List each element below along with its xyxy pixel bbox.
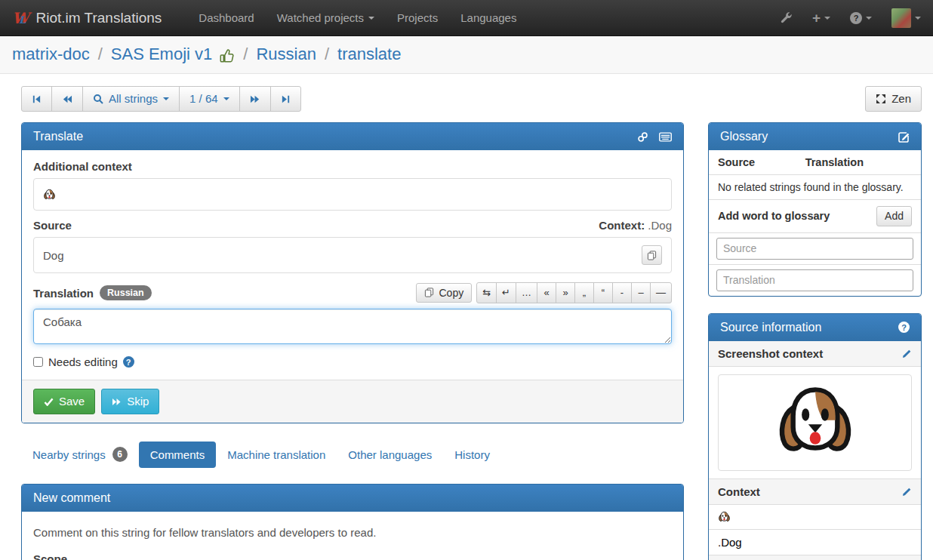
thumbs-up-icon <box>218 48 235 64</box>
add-menu-button[interactable]: + <box>812 11 830 25</box>
insert-laquo-button[interactable]: « <box>537 282 556 303</box>
tab-history[interactable]: History <box>443 442 501 468</box>
brand-title: Riot.im Translations <box>35 10 162 26</box>
fullscreen-icon <box>876 94 886 104</box>
save-button[interactable]: Save <box>33 389 95 414</box>
insert-low-quote-button[interactable]: „ <box>574 282 594 303</box>
tab-other-languages[interactable]: Other languages <box>337 442 443 468</box>
context-key: Context: .Dog <box>599 219 672 232</box>
needs-editing-checkbox[interactable] <box>33 357 43 367</box>
dog-emoji-icon <box>718 511 731 523</box>
help-menu-button[interactable]: ? <box>850 12 872 24</box>
new-comment-panel: New comment Comment on this string for f… <box>21 484 684 560</box>
brand[interactable]: WL Riot.im Translations <box>12 9 162 27</box>
screenshot-image[interactable] <box>718 374 912 471</box>
copy-icon <box>647 251 657 260</box>
breadcrumb-language[interactable]: Russian <box>256 45 316 64</box>
new-comment-header: New comment <box>22 485 683 512</box>
glossary-source-input[interactable] <box>716 238 913 260</box>
copy-to-translation-button[interactable]: Copy <box>416 283 473 303</box>
permalink-icon[interactable] <box>637 131 648 143</box>
search-icon <box>93 94 103 104</box>
plus-icon: + <box>812 11 821 25</box>
breadcrumb: matrix-doc / SAS Emoji v1 / Russian / tr… <box>0 36 933 74</box>
tab-comments[interactable]: Comments <box>139 442 217 468</box>
screenshot-image-row <box>709 374 921 479</box>
breadcrumb-project[interactable]: matrix-doc <box>12 45 90 64</box>
new-comment-title: New comment <box>33 491 110 505</box>
edit-pencil-icon[interactable] <box>902 487 912 497</box>
fast-forward-icon <box>250 94 260 104</box>
needs-editing-help-icon[interactable]: ? <box>123 356 134 368</box>
insert-high-quote-button[interactable]: “ <box>593 282 613 303</box>
source-string-text: Dog <box>43 249 64 262</box>
previous-string-button[interactable] <box>51 86 83 112</box>
glossary-table-header: Source Translation <box>709 150 921 175</box>
keyboard-icon[interactable] <box>659 132 672 142</box>
rewind-icon <box>62 94 72 104</box>
source-information-panel: Source information ? Screenshot context <box>708 313 922 560</box>
user-menu-button[interactable] <box>891 8 921 28</box>
insert-endash-button[interactable]: – <box>631 282 651 303</box>
context-emoji-row <box>709 505 921 530</box>
chevron-down-icon <box>824 17 830 20</box>
translation-textarea[interactable]: Собака <box>33 309 672 344</box>
source-string-box: Dog <box>33 237 672 273</box>
manage-glossary-icon[interactable] <box>898 131 910 143</box>
zen-mode-button[interactable]: Zen <box>865 86 922 112</box>
glossary-add-button[interactable]: Add <box>876 206 912 226</box>
source-information-title: Source information <box>720 321 821 334</box>
dog-emoji-icon <box>43 189 56 201</box>
next-string-button[interactable] <box>239 86 271 112</box>
top-navbar: WL Riot.im Translations Dashboard Watche… <box>0 0 933 36</box>
nav-item-languages[interactable]: Languages <box>449 11 528 24</box>
skip-start-icon <box>32 94 42 104</box>
glossary-translation-input[interactable] <box>716 269 913 291</box>
chevron-down-icon <box>915 17 921 20</box>
scope-label: Scope <box>33 552 672 560</box>
tab-machine-translation[interactable]: Machine translation <box>216 442 337 468</box>
breadcrumb-separator: / <box>243 45 248 64</box>
nav-item-watched-projects[interactable]: Watched projects <box>266 11 386 24</box>
needs-editing-label: Needs editing <box>48 355 118 368</box>
chevron-down-icon <box>223 97 229 100</box>
nav-item-dashboard[interactable]: Dashboard <box>187 11 265 24</box>
position-dropdown[interactable]: 1 / 64 <box>179 86 240 112</box>
translate-panel-footer: Save Skip <box>22 380 683 423</box>
tab-nearby-strings[interactable]: Nearby strings 6 <box>21 440 139 469</box>
insert-hyphen-button[interactable]: - <box>612 282 632 303</box>
check-icon <box>44 398 54 406</box>
first-string-button[interactable] <box>21 86 52 112</box>
copy-source-button[interactable] <box>642 245 662 265</box>
additional-context-box <box>33 178 672 211</box>
flags-row: Flags <box>709 555 921 560</box>
source-info-help-icon[interactable]: ? <box>898 322 910 333</box>
insert-tab-button[interactable]: ⇆ <box>476 282 497 303</box>
insert-emdash-button[interactable]: — <box>650 282 672 303</box>
filter-dropdown[interactable]: All strings <box>82 86 180 112</box>
nav-item-projects[interactable]: Projects <box>386 11 449 24</box>
edit-pencil-icon[interactable] <box>902 349 912 358</box>
insert-ellipsis-button[interactable]: … <box>516 282 537 303</box>
glossary-header: Glossary <box>709 123 921 150</box>
special-characters-group: ⇆ ↵ … « » „ “ - – — <box>476 282 672 303</box>
comment-description: Comment on this string for fellow transl… <box>33 526 672 539</box>
glossary-add-row: Add word to glossary Add <box>709 200 921 233</box>
nearby-strings-count-badge: 6 <box>112 447 128 462</box>
source-label: Source <box>33 219 72 232</box>
skip-icon <box>112 398 122 406</box>
last-string-button[interactable] <box>270 86 301 112</box>
insert-raquo-button[interactable]: » <box>556 282 575 303</box>
breadcrumb-component[interactable]: SAS Emoji v1 <box>111 45 213 64</box>
breadcrumb-page[interactable]: translate <box>337 45 401 64</box>
source-information-header: Source information ? <box>709 314 921 341</box>
help-icon: ? <box>850 12 862 24</box>
pager-group: All strings 1 / 64 <box>21 86 301 112</box>
skip-button[interactable]: Skip <box>101 389 159 414</box>
translate-panel: Translate Additional context Source <box>21 122 684 423</box>
glossary-panel: Glossary Source Translation No related s… <box>708 122 922 297</box>
context-value-row: .Dog <box>709 530 921 555</box>
insert-newline-button[interactable]: ↵ <box>496 282 516 303</box>
navbar-menu: Dashboard Watched projects Projects Lang… <box>187 11 528 24</box>
admin-tools-button[interactable] <box>780 11 793 24</box>
